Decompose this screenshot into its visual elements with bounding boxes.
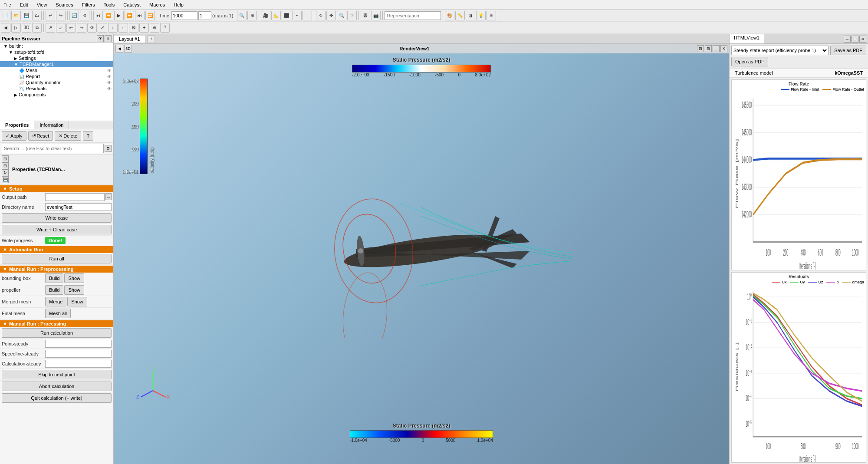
add-layout-btn[interactable]: + — [147, 35, 155, 43]
quit-calculation-button[interactable]: Quit calculation (+ write) — [2, 393, 112, 403]
props-paste-btn[interactable]: ⊟ — [2, 162, 9, 169]
menu-file[interactable]: File — [2, 1, 13, 8]
report-dropdown[interactable]: Steady-state report (efficiency probe 1) — [731, 46, 829, 55]
tb2-btn4[interactable]: ⧉ — [32, 23, 42, 33]
vp-maximize-btn[interactable]: ⬜ — [713, 45, 720, 52]
apply-button[interactable]: ✓ Apply — [2, 131, 26, 141]
isometric-button[interactable]: 📐 — [271, 11, 281, 20]
tb2-btn14[interactable]: ✦ — [139, 23, 149, 33]
open-pdf-button[interactable]: Open as PDF — [731, 57, 768, 66]
save-pdf-button[interactable]: Save as PDF — [830, 46, 866, 55]
tb2-btn12[interactable]: ↔ — [118, 23, 128, 33]
rotate-button[interactable]: ↻ — [316, 11, 326, 20]
prev-frame-button[interactable]: ⏪ — [104, 11, 113, 20]
right-panel-max-btn[interactable]: □ — [852, 36, 858, 43]
menu-sources[interactable]: Sources — [54, 1, 75, 8]
menu-filters[interactable]: Filters — [80, 1, 97, 8]
rescale-button[interactable]: 📏 — [455, 11, 465, 20]
bounding-box-build-btn[interactable]: Build — [45, 273, 63, 283]
tb2-btn1[interactable]: ◀ — [1, 23, 10, 33]
save-button[interactable]: 💾 — [22, 11, 31, 20]
tb2-btn16[interactable]: ? — [160, 23, 170, 33]
tree-item-tcfdmanager[interactable]: ▼ TCFDManager1 👁 — [0, 61, 113, 67]
tb2-btn13[interactable]: ⊠ — [129, 23, 138, 33]
tab-htmlview1[interactable]: HTMLView1 — [730, 34, 764, 43]
merged-mesh-show-btn[interactable]: Show — [67, 297, 87, 306]
final-mesh-all-btn[interactable]: Mesh all — [45, 309, 71, 318]
color-editor-button[interactable]: 🎨 — [445, 11, 454, 20]
directory-name-input[interactable] — [45, 203, 112, 211]
menu-help[interactable]: Help — [172, 1, 185, 8]
props-search-input[interactable] — [2, 144, 104, 153]
zoom-fit-button[interactable]: ⊞ — [247, 11, 257, 20]
time-step-input[interactable] — [198, 11, 211, 20]
skip-start-button[interactable]: ⏮ — [93, 11, 103, 20]
vp-3d-btn[interactable]: 3D — [124, 45, 132, 53]
propeller-show-btn[interactable]: Show — [64, 285, 84, 295]
tree-item-quantity-monitor[interactable]: 📈 Quantity monitor 👁 — [0, 79, 113, 86]
save-state-button[interactable]: 🗂 — [32, 11, 42, 20]
open-button[interactable]: 📂 — [11, 11, 21, 20]
write-case-button[interactable]: Write case — [2, 213, 112, 223]
tb2-btn3[interactable]: 3D — [22, 23, 31, 33]
pipeline-eye-btn[interactable]: 👁 — [97, 35, 104, 42]
new-button[interactable]: 📄 — [1, 11, 10, 20]
tb2-btn10[interactable]: ⤢ — [98, 23, 107, 33]
tree-item-report[interactable]: 📊 Report 👁 — [0, 73, 113, 79]
tree-item-settings[interactable]: ▶ Settings — [0, 55, 113, 61]
pipeline-close-btn[interactable]: ✕ — [105, 35, 112, 42]
vp-prev-btn[interactable]: ◀ — [115, 45, 123, 53]
tb2-btn15[interactable]: ⊕ — [150, 23, 159, 33]
tree-item-tcfd-file[interactable]: ▼ setup-tcfd.tcfd — [0, 49, 113, 55]
screenshot-button[interactable]: 📷 — [371, 11, 381, 20]
tab-information[interactable]: Information — [34, 121, 69, 129]
front-view-button[interactable]: ▫ — [302, 11, 312, 20]
refresh-button[interactable]: 🔄 — [69, 11, 79, 20]
tb2-btn6[interactable]: ↙ — [56, 23, 66, 33]
delete-button[interactable]: ✕ Delete — [55, 131, 81, 141]
right-panel-min-btn[interactable]: ─ — [844, 36, 851, 43]
settings-button[interactable]: ⚙ — [80, 11, 89, 20]
render-view[interactable]: ◀ 3D RenderView1 ⊟ ⊞ ⬜ ✕ Static Pressure… — [114, 44, 729, 464]
run-calculation-button[interactable]: Run calculation — [2, 328, 112, 338]
calculation-steady-input[interactable] — [45, 360, 112, 368]
play-button[interactable]: ▶ — [114, 11, 124, 20]
menu-catalyst[interactable]: Catalyst — [122, 1, 142, 8]
zoom-reset-button[interactable]: 🔍 — [237, 11, 247, 20]
output-path-browse-btn[interactable]: ... — [105, 193, 112, 200]
right-panel-close-btn[interactable]: ✕ — [859, 36, 866, 43]
menu-edit[interactable]: Edit — [18, 1, 30, 8]
zoom-button[interactable]: 🔍 — [337, 11, 346, 20]
next-frame-button[interactable]: ⏩ — [125, 11, 134, 20]
vp-close-btn[interactable]: ✕ — [720, 45, 727, 52]
loop-button[interactable]: 🔁 — [145, 11, 155, 20]
menu-macros[interactable]: Macros — [148, 1, 167, 8]
tb2-btn9[interactable]: ⟳ — [87, 23, 97, 33]
tb2-btn2[interactable]: ▷ — [11, 23, 21, 33]
tab-layout1[interactable]: Layout #1 — [114, 36, 145, 43]
merged-mesh-merge-btn[interactable]: Merge — [45, 297, 66, 306]
tree-item-residuals[interactable]: 📉 Residuals 👁 — [0, 86, 113, 92]
reset-camera-button[interactable]: 🎥 — [261, 11, 270, 20]
top-view-button[interactable]: ⬛ — [282, 11, 291, 20]
tb2-btn5[interactable]: ↗ — [46, 23, 55, 33]
run-all-button[interactable]: Run all — [2, 254, 112, 263]
tb2-btn7[interactable]: ⇤ — [66, 23, 76, 33]
skip-end-button[interactable]: ⏭ — [135, 11, 145, 20]
time-value-input[interactable] — [171, 11, 197, 20]
tab-properties[interactable]: Properties — [0, 121, 34, 129]
menu-tools[interactable]: Tools — [102, 1, 117, 8]
pick-button[interactable]: ☞ — [347, 11, 357, 20]
tree-item-components[interactable]: ▶ Components — [0, 92, 113, 98]
menu-view[interactable]: View — [35, 1, 49, 8]
tree-item-builtin[interactable]: ▼ builtin: — [0, 43, 113, 49]
props-save-btn[interactable]: 💾 — [2, 176, 9, 183]
reset-button[interactable]: ↺ Reset — [28, 131, 53, 141]
output-path-input[interactable] — [45, 193, 105, 201]
skip-to-next-point-button[interactable]: Skip to next point — [2, 370, 112, 379]
help-button[interactable]: ? — [83, 131, 93, 141]
side-view-button[interactable]: ▪ — [292, 11, 302, 20]
props-copy-btn[interactable]: ⊞ — [2, 155, 9, 162]
lights-button[interactable]: 💡 — [476, 11, 486, 20]
select-button[interactable]: ✥ — [326, 11, 336, 20]
